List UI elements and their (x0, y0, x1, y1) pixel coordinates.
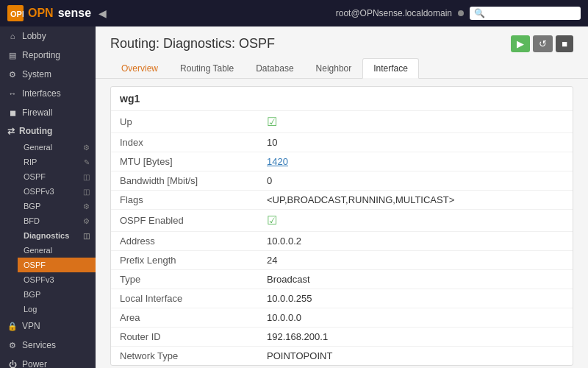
sidebar-item-label: Lobby (22, 31, 88, 41)
sidebar-item-label: Interfaces (22, 88, 88, 99)
interface-panel: wg1 Up☑Index10MTU [Bytes]1420Bandwidth [… (110, 86, 573, 366)
row-label: Type (111, 270, 258, 289)
row-value: 10.0.0.255 (258, 289, 573, 308)
sidebar-item-label: System (22, 69, 88, 79)
table-row: OSPF Enabled☑ (111, 210, 573, 232)
sidebar-item-diag-general[interactable]: General (18, 243, 96, 258)
globe-icon: ⚙ (83, 202, 90, 210)
services-icon: ⚙ (7, 341, 18, 350)
sidebar-item-label: Services (22, 340, 88, 350)
mtu-link[interactable]: 1420 (267, 156, 288, 167)
sidebar-item-label: General (24, 246, 90, 255)
search-input[interactable] (488, 8, 576, 18)
sidebar-item-diag-ospfv3[interactable]: OSPFv3 (18, 272, 96, 287)
sidebar-item-reporting[interactable]: ▤ Reporting (0, 46, 96, 65)
sidebar-item-label: BGP (24, 290, 90, 299)
tab-interface[interactable]: Interface (362, 58, 419, 79)
search-box[interactable]: 🔍 (470, 7, 581, 20)
sidebar-item-ospf[interactable]: OSPF ◫ (18, 169, 96, 184)
power-icon: ⏻ (7, 360, 18, 368)
topbar: OPN OPNsense ◀ root@OPNsense.localdomain… (0, 0, 588, 26)
sidebar-toggle[interactable]: ◀ (98, 7, 107, 19)
sidebar-item-rip[interactable]: RIP ✎ (18, 155, 96, 169)
sidebar-item-diag-bgp[interactable]: BGP (18, 287, 96, 302)
svg-text:OPN: OPN (10, 10, 24, 18)
logo-opn: OPN (28, 7, 54, 20)
sidebar-item-routing[interactable]: ⇄ Routing (0, 122, 96, 140)
row-label: Up (111, 111, 258, 133)
status-indicator (458, 10, 464, 16)
refresh-button[interactable]: ↺ (533, 35, 553, 52)
row-value: Broadcast (258, 270, 573, 289)
diag-icon: ◫ (83, 232, 90, 240)
sidebar-item-bfd[interactable]: BFD ⚙ (18, 213, 96, 228)
page-title: Routing: Diagnostics: OSPF (110, 36, 511, 52)
row-value: 0 (258, 171, 573, 191)
sidebar-item-general[interactable]: General ⚙ (18, 140, 96, 155)
sidebar-item-bgp[interactable]: BGP ⚙ (18, 199, 96, 213)
panel-title: wg1 (111, 87, 573, 111)
topbar-right: root@OPNsense.localdomain 🔍 (336, 7, 581, 20)
routing-icon: ⇄ (7, 126, 15, 136)
diagnostics-label: Diagnostics (24, 231, 69, 240)
sidebar-item-services[interactable]: ⚙ Services (0, 336, 96, 355)
row-label: Address (111, 232, 258, 251)
user-info: root@OPNsense.localdomain (336, 8, 452, 18)
sidebar-item-diag-ospf[interactable]: OSPF (18, 258, 96, 272)
stop-button[interactable]: ■ (556, 35, 573, 52)
sidebar-item-label: Power (22, 359, 88, 368)
firewall-icon: ◼ (7, 108, 18, 118)
tab-overview[interactable]: Overview (110, 58, 169, 78)
tab-neighbor[interactable]: Neighbor (305, 58, 363, 78)
row-label: Area (111, 308, 258, 328)
sidebar-item-system[interactable]: ⚙ System (0, 65, 96, 84)
row-label: Index (111, 133, 258, 152)
sidebar-item-lobby[interactable]: ⌂ Lobby (0, 26, 96, 46)
row-value: 10.0.0.2 (258, 232, 573, 251)
sidebar-item-label: OSPFv3 (24, 275, 90, 284)
row-value: 10 (258, 133, 573, 152)
checkbox-icon: ☑ (267, 214, 277, 227)
sidebar-item-label: OSPF (24, 172, 79, 181)
row-value: 24 (258, 251, 573, 270)
sidebar-item-label: BFD (24, 216, 79, 225)
table-row: MTU [Bytes]1420 (111, 152, 573, 171)
sidebar-item-label: General (24, 143, 79, 152)
sidebar-item-interfaces[interactable]: ↔ Interfaces (0, 84, 96, 103)
sidebar-item-label: RIP (24, 158, 79, 166)
row-label: OSPF Enabled (111, 210, 258, 232)
sidebar-item-firewall[interactable]: ◼ Firewall (0, 103, 96, 122)
row-value: 10.0.0.0 (258, 308, 573, 328)
interface-table: Up☑Index10MTU [Bytes]1420Bandwidth [Mbit… (111, 111, 573, 365)
table-row: Area10.0.0.0 (111, 308, 573, 328)
tab-database[interactable]: Database (245, 58, 304, 78)
row-label: Router ID (111, 328, 258, 347)
reporting-icon: ▤ (7, 51, 18, 60)
row-value: POINTOPOINT (258, 347, 573, 366)
row-label: MTU [Bytes] (111, 152, 258, 171)
checkbox-icon: ☑ (267, 116, 277, 128)
sidebar-item-diag-log[interactable]: Log (18, 302, 96, 316)
sidebar-item-label: BGP (24, 202, 79, 210)
row-value: 192.168.200.1 (258, 328, 573, 347)
run-button[interactable]: ▶ (511, 35, 530, 52)
sidebar-item-label: OSPF (24, 261, 90, 269)
sidebar-item-label: Firewall (22, 107, 88, 118)
system-icon: ⚙ (7, 70, 18, 79)
table-row: Flags<UP,BROADCAST,RUNNING,MULTICAST> (111, 191, 573, 210)
table-row: Network TypePOINTOPOINT (111, 347, 573, 366)
map2-icon: ◫ (83, 188, 90, 196)
logo: OPN OPNsense (7, 5, 91, 21)
tab-routing-table[interactable]: Routing Table (169, 58, 245, 78)
row-label: Bandwidth [Mbit/s] (111, 171, 258, 191)
sidebar-item-label: VPN (22, 321, 88, 331)
sidebar-item-label: OSPFv3 (24, 187, 79, 196)
row-value: ☑ (258, 210, 573, 232)
sidebar-item-ospfv3[interactable]: OSPFv3 ◫ (18, 184, 96, 199)
row-value[interactable]: 1420 (258, 152, 573, 171)
sidebar-item-vpn[interactable]: 🔒 VPN (0, 316, 96, 336)
sidebar-item-power[interactable]: ⏻ Power (0, 355, 96, 368)
lobby-icon: ⌂ (7, 32, 18, 40)
diagnostics-header[interactable]: Diagnostics ◫ (18, 228, 96, 243)
sidebar-item-label: Reporting (22, 50, 88, 60)
